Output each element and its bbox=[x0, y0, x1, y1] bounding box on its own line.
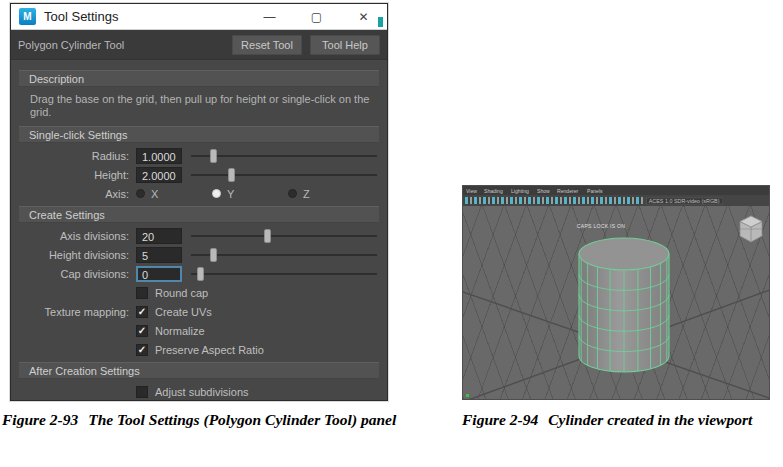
normalize-label: Normalize bbox=[155, 325, 205, 337]
colorspace-dropdown[interactable]: ACES 1.0 SDR-video (sRGB) bbox=[646, 197, 723, 204]
page: M Tool Settings — ▢ ✕ Polygon Cylinder T… bbox=[0, 0, 783, 467]
cylinder-drawing bbox=[463, 206, 769, 399]
section-after-creation-settings[interactable]: After Creation Settings bbox=[19, 362, 379, 379]
height-slider-handle[interactable] bbox=[228, 168, 235, 182]
figure-2-94-label: Figure 2-94 bbox=[462, 411, 538, 428]
cap-divisions-slider[interactable] bbox=[191, 266, 377, 282]
cap-divisions-slider-track bbox=[191, 273, 377, 275]
menu-lighting[interactable]: Lighting bbox=[511, 188, 529, 193]
create-uvs-label: Create UVs bbox=[155, 306, 212, 318]
cap-divisions-slider-handle[interactable] bbox=[197, 267, 204, 281]
menu-view[interactable]: View bbox=[466, 188, 477, 193]
maya-logo-icon: M bbox=[19, 8, 36, 25]
normalize-checkbox[interactable] bbox=[136, 325, 148, 337]
tool-settings-window: M Tool Settings — ▢ ✕ Polygon Cylinder T… bbox=[10, 3, 388, 401]
radius-slider-handle[interactable] bbox=[210, 149, 217, 163]
axis-divisions-row: Axis divisions: 20 bbox=[11, 226, 387, 245]
adjust-subdivisions-checkbox[interactable] bbox=[136, 386, 148, 398]
height-divisions-field[interactable]: 5 bbox=[136, 247, 182, 263]
screenshot-artifact bbox=[378, 17, 383, 27]
axis-divisions-slider-handle[interactable] bbox=[264, 229, 271, 243]
radius-slider-track bbox=[191, 155, 377, 157]
radius-row: Radius: 1.0000 bbox=[11, 146, 387, 165]
preserve-aspect-ratio-checkbox[interactable] bbox=[136, 344, 148, 356]
axis-divisions-slider[interactable] bbox=[191, 228, 377, 244]
section-single-click-label: Single-click Settings bbox=[29, 129, 127, 141]
section-after-creation-label: After Creation Settings bbox=[29, 365, 140, 377]
figure-2-93-caption: Figure 2-93The Tool Settings (Polygon Cy… bbox=[2, 410, 454, 429]
tool-header-bar: Polygon Cylinder Tool Reset Tool Tool He… bbox=[11, 30, 387, 60]
menu-renderer[interactable]: Renderer bbox=[557, 188, 578, 193]
axis-label: Axis: bbox=[11, 188, 136, 200]
adjust-subdivisions-label: Adjust subdivisions bbox=[155, 386, 249, 398]
axis-radio-y[interactable]: Y bbox=[212, 188, 288, 200]
radius-field[interactable]: 1.0000 bbox=[136, 148, 182, 164]
tool-settings-body: Description Drag the base on the grid, t… bbox=[11, 60, 387, 400]
height-divisions-row: Height divisions: 5 bbox=[11, 245, 387, 264]
axis-radio-z[interactable]: Z bbox=[288, 188, 364, 200]
figure-2-93-text: The Tool Settings (Polygon Cylinder Tool… bbox=[88, 411, 396, 428]
create-uvs-row: Texture mapping: Create UVs bbox=[11, 302, 387, 321]
adjust-subdivisions-row: Adjust subdivisions bbox=[11, 382, 387, 400]
height-row: Height: 2.0000 bbox=[11, 165, 387, 184]
height-slider-track bbox=[191, 174, 377, 176]
minimize-icon[interactable]: — bbox=[246, 4, 293, 29]
section-create-settings[interactable]: Create Settings bbox=[19, 206, 379, 223]
axis-divisions-slider-track bbox=[191, 235, 377, 237]
section-single-click-settings[interactable]: Single-click Settings bbox=[19, 126, 379, 143]
axis-divisions-field[interactable]: 20 bbox=[136, 228, 182, 244]
radio-icon-x[interactable] bbox=[136, 189, 145, 198]
section-description[interactable]: Description bbox=[19, 70, 379, 87]
description-text: Drag the base on the grid, then pull up … bbox=[11, 90, 387, 123]
viewport-canvas[interactable]: CAPS LOCK IS ON bbox=[463, 206, 769, 399]
reset-tool-button[interactable]: Reset Tool bbox=[232, 35, 302, 55]
texture-mapping-label: Texture mapping: bbox=[11, 306, 136, 318]
axis-radio-x[interactable]: X bbox=[136, 188, 212, 200]
cap-divisions-label: Cap divisions: bbox=[11, 268, 136, 280]
menu-panels[interactable]: Panels bbox=[587, 188, 603, 193]
tool-help-button[interactable]: Tool Help bbox=[310, 35, 380, 55]
round-cap-checkbox[interactable] bbox=[136, 287, 148, 299]
radio-icon-z[interactable] bbox=[288, 189, 297, 198]
height-label: Height: bbox=[11, 169, 136, 181]
viewport-toolbar-icons[interactable] bbox=[465, 197, 643, 204]
menu-shading[interactable]: Shading bbox=[484, 188, 503, 193]
figure-2-94-caption: Figure 2-94Cylinder created in the viewp… bbox=[462, 410, 774, 429]
section-create-label: Create Settings bbox=[29, 209, 105, 221]
radius-slider[interactable] bbox=[191, 148, 377, 164]
round-cap-row: Round cap bbox=[11, 283, 387, 302]
preserve-aspect-ratio-row: Preserve Aspect Ratio bbox=[11, 340, 387, 359]
round-cap-label: Round cap bbox=[155, 287, 208, 299]
maya-viewport: View Shading Lighting Show Renderer Pane… bbox=[462, 185, 770, 400]
origin-marker bbox=[466, 394, 469, 397]
window-titlebar[interactable]: M Tool Settings — ▢ ✕ bbox=[11, 4, 387, 30]
viewport-menubar: View Shading Lighting Show Renderer Pane… bbox=[463, 186, 769, 195]
axis-divisions-label: Axis divisions: bbox=[11, 230, 136, 242]
height-divisions-slider-track bbox=[191, 254, 377, 256]
axis-z-label: Z bbox=[303, 188, 310, 200]
menu-show[interactable]: Show bbox=[537, 188, 550, 193]
axis-y-label: Y bbox=[227, 188, 234, 200]
viewport-toolbar: ACES 1.0 SDR-video (sRGB) bbox=[463, 195, 769, 206]
height-divisions-slider[interactable] bbox=[191, 247, 377, 263]
tool-name-label: Polygon Cylinder Tool bbox=[18, 39, 224, 51]
create-uvs-checkbox[interactable] bbox=[136, 306, 148, 318]
figure-2-94-text: Cylinder created in the viewport bbox=[548, 411, 752, 428]
window-title: Tool Settings bbox=[44, 9, 118, 24]
normalize-row: Normalize bbox=[11, 321, 387, 340]
height-slider[interactable] bbox=[191, 167, 377, 183]
maximize-icon[interactable]: ▢ bbox=[293, 4, 340, 29]
radius-label: Radius: bbox=[11, 150, 136, 162]
axis-x-label: X bbox=[151, 188, 158, 200]
height-divisions-slider-handle[interactable] bbox=[210, 248, 217, 262]
section-description-label: Description bbox=[29, 73, 84, 85]
cap-divisions-row: Cap divisions: 0 bbox=[11, 264, 387, 283]
height-divisions-label: Height divisions: bbox=[11, 249, 136, 261]
radio-icon-y[interactable] bbox=[212, 189, 221, 198]
preserve-aspect-ratio-label: Preserve Aspect Ratio bbox=[155, 344, 264, 356]
cap-divisions-field[interactable]: 0 bbox=[136, 266, 182, 282]
axis-row: Axis: X Y Z bbox=[11, 184, 387, 203]
view-cube[interactable] bbox=[738, 215, 764, 245]
figure-2-93-label: Figure 2-93 bbox=[2, 411, 78, 428]
height-field[interactable]: 2.0000 bbox=[136, 167, 182, 183]
